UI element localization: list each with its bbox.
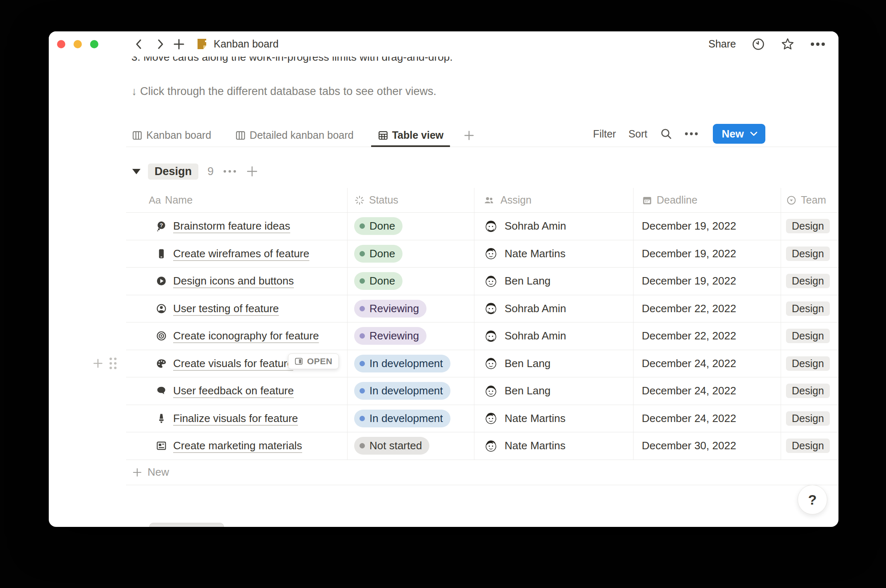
deadline-cell[interactable]: December 19, 2022 [634,240,781,268]
drag-handle-icon[interactable] [110,358,117,369]
assign-cell[interactable]: Nate Martins [474,240,634,268]
status-cell[interactable]: In development [348,377,474,405]
star-icon[interactable] [781,37,795,51]
team-cell[interactable]: Design [781,213,838,240]
assign-cell[interactable]: Sohrab Amin [474,295,634,322]
team-cell[interactable]: Design [781,295,838,322]
deadline-cell[interactable]: December 19, 2022 [634,268,781,295]
team-cell[interactable]: Design [781,350,838,377]
assign-cell[interactable]: Ben Lang [474,350,634,377]
collapse-triangle-icon[interactable] [132,169,141,174]
status-cell[interactable]: Reviewing [348,322,474,350]
open-row-button[interactable]: OPEN [288,353,339,369]
name-cell[interactable]: Create wireframes of feature [126,240,348,268]
assign-cell[interactable]: Ben Lang [474,377,634,405]
assign-cell[interactable]: Nate Martins [474,432,634,460]
team-badge: Design [786,356,830,371]
forward-chevron-icon[interactable] [154,38,167,50]
paintbrush-icon [156,413,167,424]
group-name-pill[interactable]: Design [148,164,198,180]
task-title[interactable]: Create visuals for feature [173,357,293,370]
status-badge: Done [354,245,403,263]
assign-cell[interactable]: Ben Lang [474,268,634,295]
thought-bubble-question-icon: ? [156,220,167,232]
database-table: Aa Name Status Assign Deadline Tea [126,188,838,485]
task-title[interactable]: User testing of feature [173,302,279,315]
help-label: ? [808,492,817,508]
status-cell[interactable]: Done [348,268,474,295]
team-cell[interactable]: Design [781,322,838,350]
new-page-plus-icon[interactable] [172,38,186,50]
status-cell[interactable]: Not started [348,432,474,460]
name-cell[interactable]: Create iconography for feature [126,322,348,350]
close-window-button[interactable] [57,40,65,48]
status-cell[interactable]: Reviewing [348,295,474,322]
status-cell[interactable]: In development [348,405,474,432]
minimize-window-button[interactable] [74,40,82,48]
add-view-plus-icon[interactable] [463,130,475,141]
task-title[interactable]: Create wireframes of feature [173,247,309,260]
column-header-status[interactable]: Status [348,188,474,212]
clock-icon[interactable] [752,38,765,51]
column-header-assign[interactable]: Assign [474,188,634,212]
task-title[interactable]: Design icons and buttons [173,275,294,287]
svg-text:?: ? [160,222,163,228]
task-title[interactable]: Create marketing materials [173,439,302,452]
task-title[interactable]: User feedback on feature [173,384,294,397]
insert-row-plus-icon[interactable] [92,358,104,369]
zoom-window-button[interactable] [90,40,98,48]
filter-button[interactable]: Filter [593,128,616,140]
column-header-deadline[interactable]: Deadline [634,188,781,212]
tab-kanban-board[interactable]: Kanban board [132,124,211,147]
team-cell[interactable]: Design [781,268,838,295]
status-cell[interactable]: Done [348,240,474,268]
speech-bubble-icon [156,385,167,396]
sort-button[interactable]: Sort [629,128,648,140]
name-cell[interactable]: ? Brainstorm feature ideas [126,213,348,240]
avatar [483,411,498,426]
search-icon[interactable] [660,128,672,140]
team-cell[interactable]: Design [781,405,838,432]
hamburger-menu-icon[interactable] [110,41,124,47]
group-options-ellipsis-icon[interactable] [224,170,236,173]
name-cell[interactable]: Finalize visuals for feature [126,405,348,432]
status-dot [360,443,365,448]
tab-detailed-kanban-board[interactable]: Detailed kanban board [235,124,354,147]
deadline-cell[interactable]: December 22, 2022 [634,322,781,350]
share-button[interactable]: Share [708,38,736,50]
deadline-cell[interactable]: December 19, 2022 [634,213,781,240]
tab-table-view[interactable]: Table view [378,124,444,147]
name-cell[interactable]: Design icons and buttons [126,268,348,295]
deadline-cell[interactable]: December 22, 2022 [634,295,781,322]
table-row: Create visuals for feature OPEN In devel… [126,350,838,378]
assign-cell[interactable]: Sohrab Amin [474,213,634,240]
group-add-plus-icon[interactable] [246,165,258,178]
status-cell[interactable]: Done [348,213,474,240]
team-cell[interactable]: Design [781,240,838,268]
name-cell[interactable]: User testing of feature [126,295,348,322]
more-options-ellipsis-icon[interactable] [810,42,825,46]
back-chevron-icon[interactable] [133,38,145,50]
deadline-cell[interactable]: December 30, 2022 [634,432,781,460]
assign-cell[interactable]: Sohrab Amin [474,322,634,350]
task-title[interactable]: Brainstorm feature ideas [173,220,290,232]
column-header-team[interactable]: Team [781,188,838,212]
assign-cell[interactable]: Nate Martins [474,405,634,432]
team-cell[interactable]: Design [781,377,838,405]
name-cell[interactable]: User feedback on feature [126,377,348,405]
name-cell[interactable]: Create marketing materials [126,432,348,460]
deadline-cell[interactable]: December 24, 2022 [634,405,781,432]
deadline-cell[interactable]: December 24, 2022 [634,377,781,405]
status-cell[interactable]: In development [348,350,474,377]
add-row-button[interactable]: New [126,460,838,485]
play-button-icon [156,275,167,287]
team-badge: Design [786,274,830,288]
team-cell[interactable]: Design [781,432,838,460]
task-title[interactable]: Finalize visuals for feature [173,412,298,425]
deadline-cell[interactable]: December 24, 2022 [634,350,781,377]
view-options-ellipsis-icon[interactable] [685,132,698,135]
help-button[interactable]: ? [798,485,827,514]
new-button[interactable]: New [713,124,765,144]
task-title[interactable]: Create iconography for feature [173,330,319,342]
column-header-name[interactable]: Aa Name [126,188,348,212]
